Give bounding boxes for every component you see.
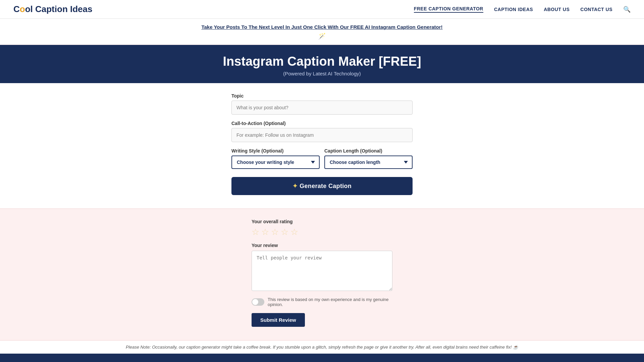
nav-links: FREE CAPTION GENERATOR CAPTION IDEAS ABO… — [414, 6, 631, 13]
form-area: Topic Call-to-Action (Optional) Writing … — [0, 83, 644, 208]
submit-review-button[interactable]: Submit Review — [252, 313, 305, 327]
toggle-label: This review is based on my own experienc… — [268, 297, 392, 307]
star-3[interactable]: ☆ — [271, 227, 279, 237]
navbar: Cool Caption Ideas FREE CAPTION GENERATO… — [0, 0, 644, 19]
genuine-toggle[interactable] — [252, 298, 264, 306]
promo-icon: 🪄 — [7, 33, 637, 40]
selects-row: Writing Style (Optional) Choose your wri… — [231, 148, 413, 169]
review-label: Your review — [252, 243, 392, 248]
hero-title: Instagram Caption Maker [FREE] — [7, 54, 637, 69]
star-1[interactable]: ☆ — [252, 227, 259, 237]
search-icon[interactable]: 🔍 — [623, 6, 631, 13]
logo[interactable]: Cool Caption Ideas — [13, 4, 92, 14]
topic-input[interactable] — [231, 101, 413, 115]
cta-label: Call-to-Action (Optional) — [231, 121, 413, 126]
writing-style-label: Writing Style (Optional) — [231, 148, 320, 154]
logo-text: Cool Caption Ideas — [13, 4, 92, 14]
nav-about-us[interactable]: ABOUT US — [544, 7, 570, 12]
toggle-knob — [252, 299, 258, 305]
cta-input[interactable] — [231, 128, 413, 142]
review-textarea[interactable] — [252, 251, 392, 291]
review-section: Your overall rating ☆ ☆ ☆ ☆ ☆ Your revie… — [0, 208, 644, 340]
caption-length-label: Caption Length (Optional) — [324, 148, 413, 154]
hero-subtitle: (Powered by Latest AI Technology) — [7, 71, 637, 76]
star-5[interactable]: ☆ — [290, 227, 298, 237]
caption-length-select[interactable]: Choose caption length Short Medium Long — [324, 156, 413, 169]
topic-label: Topic — [231, 93, 413, 99]
nav-contact-us[interactable]: CONTACT US — [580, 7, 612, 12]
form-inner: Topic Call-to-Action (Optional) Writing … — [231, 93, 413, 195]
bottom-title: Instagram Caption Maker: How this works? — [7, 361, 637, 362]
star-2[interactable]: ☆ — [261, 227, 269, 237]
caption-length-group: Caption Length (Optional) Choose caption… — [324, 148, 413, 169]
promo-banner: Take Your Posts To The Next Level In Jus… — [0, 19, 644, 45]
star-rating: ☆ ☆ ☆ ☆ ☆ — [252, 227, 392, 237]
review-inner: Your overall rating ☆ ☆ ☆ ☆ ☆ Your revie… — [252, 219, 392, 327]
sparkle-icon: ✦ — [292, 183, 298, 189]
writing-style-group: Writing Style (Optional) Choose your wri… — [231, 148, 320, 169]
generate-button[interactable]: ✦Generate Caption — [231, 177, 413, 195]
topic-field-group: Topic — [231, 93, 413, 115]
cta-field-group: Call-to-Action (Optional) — [231, 121, 413, 142]
writing-style-select[interactable]: Choose your writing style Funny Inspirat… — [231, 156, 320, 169]
star-4[interactable]: ☆ — [281, 227, 288, 237]
nav-caption-ideas[interactable]: CAPTION IDEAS — [494, 7, 533, 12]
promo-link[interactable]: Take Your Posts To The Next Level In Jus… — [201, 24, 442, 30]
bottom-section: Instagram Caption Maker: How this works? — [0, 354, 644, 362]
notice-text: Please Note: Occasionally, our caption g… — [126, 345, 518, 350]
hero-header: Instagram Caption Maker [FREE] (Powered … — [0, 45, 644, 83]
nav-free-caption[interactable]: FREE CAPTION GENERATOR — [414, 6, 483, 13]
generate-button-label: Generate Caption — [300, 183, 352, 189]
notice-bar: Please Note: Occasionally, our caption g… — [0, 340, 644, 354]
rating-label: Your overall rating — [252, 219, 392, 224]
toggle-row: This review is based on my own experienc… — [252, 297, 392, 307]
